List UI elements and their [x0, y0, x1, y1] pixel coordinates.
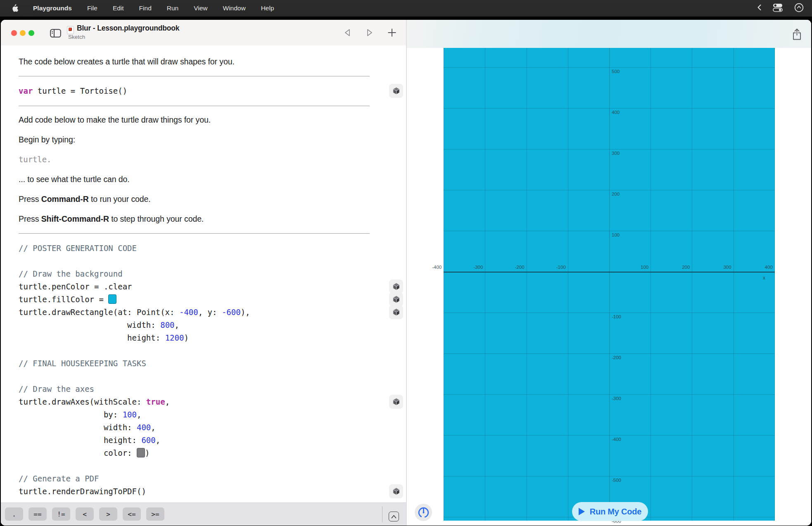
code-line[interactable]: color: ) — [1, 447, 406, 460]
lesson-code-hint: turtle. — [19, 154, 361, 165]
sidebar-toggle-icon[interactable] — [49, 28, 62, 38]
menu-item-run[interactable]: Run — [167, 5, 178, 12]
title-bar[interactable]: Blur - Lesson.playgroundbook Sketch — [1, 20, 406, 46]
forward-button[interactable] — [364, 27, 375, 38]
accessory-key-not-equals[interactable]: != — [52, 507, 70, 521]
menu-item-app[interactable]: Playgrounds — [33, 5, 72, 12]
accessory-key-greater[interactable]: > — [99, 507, 117, 521]
step-cube-button[interactable] — [389, 395, 403, 409]
gridline — [444, 313, 775, 313]
gridline — [444, 231, 775, 231]
y-axis-tick-label: 300 — [612, 151, 620, 156]
separator — [19, 76, 370, 76]
code-line[interactable]: turtle.fillColor = — [1, 293, 406, 306]
x-axis-tick-label: -100 — [548, 265, 566, 270]
step-cube-button[interactable] — [389, 484, 403, 498]
apple-menu-icon[interactable] — [11, 4, 18, 12]
gridline — [444, 394, 775, 395]
step-cube-button[interactable] — [389, 305, 403, 319]
code-line[interactable]: turtle.drawAxes(withScale: true, — [1, 396, 406, 408]
lesson-paragraph: Add code below to make the turtle draw t… — [19, 114, 361, 126]
turtle-canvas[interactable]: -400-300-200-100100200300400500400300200… — [444, 48, 775, 521]
color-literal-swatch[interactable] — [137, 448, 145, 457]
code-line[interactable]: turtle.renderDrawingToPDF() — [1, 485, 406, 498]
menu-item-help[interactable]: Help — [261, 5, 274, 12]
code-line[interactable]: width: 800, — [1, 319, 406, 332]
code-line[interactable]: // Draw the axes — [1, 383, 406, 396]
clock-icon[interactable] — [794, 3, 804, 14]
code-line[interactable]: width: 400, — [1, 421, 406, 434]
code-line[interactable]: turtle.penColor = .clear — [1, 280, 406, 293]
x-axis-tick-label: 200 — [672, 265, 690, 270]
accessory-key-less-equal[interactable]: <= — [123, 507, 141, 521]
menubar-status-icons — [757, 3, 812, 14]
run-speed-gauge-button[interactable] — [415, 504, 432, 521]
run-my-code-label: Run My Code — [590, 507, 642, 517]
accessory-divider — [382, 506, 382, 522]
shortcuts-chevron-button[interactable] — [389, 512, 399, 521]
lesson-paragraph: Press Command-R to run your code. — [19, 194, 361, 205]
step-cube-button[interactable] — [389, 84, 403, 98]
accessory-key-equals[interactable]: == — [28, 507, 47, 521]
menu-item-edit[interactable]: Edit — [113, 5, 124, 12]
blank-line — [1, 370, 406, 383]
share-icon[interactable] — [791, 28, 803, 41]
x-axis-tick-label: 100 — [630, 265, 648, 270]
separator — [19, 106, 370, 106]
code-line[interactable]: // FINAL HOUSEKEEPING TASKS — [1, 357, 406, 370]
x-axis-tick-label: 400 — [755, 265, 773, 270]
gridline — [774, 48, 775, 521]
add-page-button[interactable] — [387, 27, 397, 38]
code-line[interactable]: // Draw the background — [1, 268, 406, 280]
y-axis-tick-label: 500 — [612, 69, 620, 74]
keyboard-accessory-bar: .==!=<><=>= — [1, 502, 406, 526]
zoom-window-button[interactable] — [28, 30, 34, 36]
accessory-key-less[interactable]: < — [76, 507, 94, 521]
code-line[interactable]: // POSTER GENERATION CODE — [1, 242, 406, 255]
gridline — [444, 476, 775, 476]
gridline — [651, 48, 651, 521]
pane-divider[interactable] — [406, 20, 407, 526]
control-center-icon[interactable] — [773, 3, 783, 14]
x-axis-letter: x — [763, 275, 765, 281]
lesson-paragraph: Press Shift-Command-R to step through yo… — [19, 213, 361, 225]
blank-line — [1, 255, 406, 268]
lesson-paragraph: ... to see what the turtle can do. — [19, 174, 361, 185]
step-cube-button[interactable] — [389, 280, 403, 294]
gridline — [444, 48, 444, 521]
x-axis-tick-label: 300 — [713, 265, 731, 270]
minimize-window-button[interactable] — [20, 30, 26, 36]
code-line[interactable]: height: 1200) — [1, 332, 406, 344]
code-line[interactable]: turtle.drawRectangle(at: Point(x: -400, … — [1, 306, 406, 319]
gridline — [527, 48, 527, 521]
menu-item-window[interactable]: Window — [223, 5, 246, 12]
menu-item-file[interactable]: File — [87, 5, 97, 12]
code-line[interactable]: by: 100, — [1, 408, 406, 421]
code-line[interactable]: height: 600, — [1, 434, 406, 447]
step-cube-button[interactable] — [389, 292, 403, 306]
y-axis-tick-label: -300 — [612, 396, 621, 401]
code-line[interactable]: // Generate a PDF — [1, 472, 406, 485]
menubar-menus: Playgrounds FileEditFindRunViewWindowHel… — [33, 5, 274, 12]
playgroundbook-doc-icon — [67, 26, 74, 34]
menu-item-find[interactable]: Find — [139, 5, 152, 12]
accessory-key-dot[interactable]: . — [5, 507, 23, 521]
blank-line — [1, 460, 406, 472]
back-button[interactable] — [342, 27, 353, 38]
x-axis-tick-label: -400 — [423, 265, 442, 270]
close-window-button[interactable] — [11, 30, 17, 36]
gridline — [485, 48, 485, 521]
playgrounds-window: Blur - Lesson.playgroundbook Sketch — [1, 20, 811, 526]
run-my-code-button[interactable]: Run My Code — [572, 502, 648, 521]
accessory-key-greater-equal[interactable]: >= — [146, 507, 164, 521]
menu-item-view[interactable]: View — [194, 5, 207, 12]
y-axis-tick-label: 200 — [612, 192, 620, 197]
gridline — [568, 48, 568, 521]
gridline — [734, 48, 734, 521]
gridline — [444, 272, 775, 272]
chevron-left-icon[interactable] — [757, 4, 762, 12]
play-icon — [579, 508, 585, 515]
color-literal-swatch[interactable] — [108, 294, 116, 304]
y-axis-tick-label: -500 — [612, 478, 621, 483]
code-line[interactable]: var turtle = Tortoise() — [1, 85, 406, 97]
